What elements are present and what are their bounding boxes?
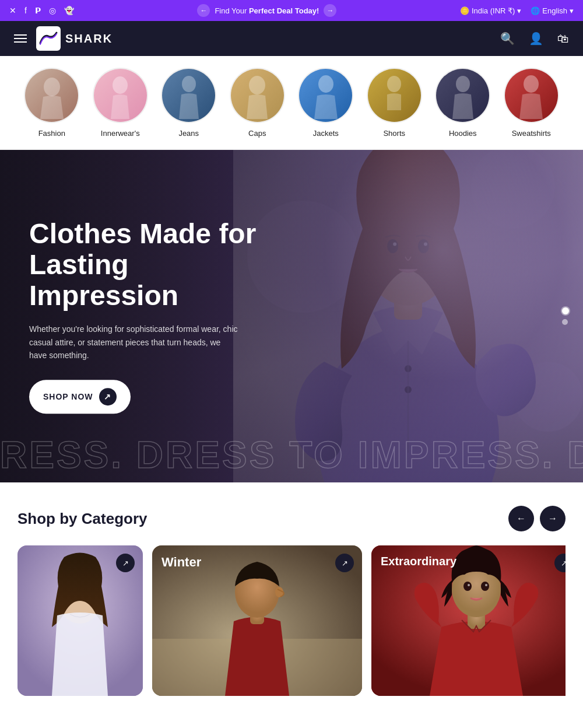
category-item-jackets[interactable]: Jackets xyxy=(298,68,353,138)
hero-carousel-dots xyxy=(562,307,569,325)
svg-point-35 xyxy=(468,584,470,586)
hero-marquee: RESS. DRESS TO IMPRESS. DRESS TO IMPRESS… xyxy=(0,428,583,482)
category-card-fashion[interactable]: ↗ xyxy=(17,545,143,696)
search-button[interactable]: 🔍 xyxy=(500,32,515,46)
nav-right: 🔍 👤 🛍 xyxy=(500,32,569,46)
facebook-icon[interactable]: f xyxy=(24,6,27,15)
carousel-dot-2[interactable] xyxy=(562,319,568,325)
region-label: India (INR ₹) xyxy=(472,6,515,15)
globe-icon: 🌐 xyxy=(531,6,540,15)
pinterest-icon[interactable]: 𝗣 xyxy=(35,6,41,15)
hamburger-menu[interactable] xyxy=(14,34,27,43)
svg-point-7 xyxy=(524,75,539,93)
section-header: Shop by Category ← → xyxy=(17,506,566,531)
svg-point-3 xyxy=(249,76,265,94)
top-bar-right: 🪙 India (INR ₹) ▾ 🌐 English ▾ xyxy=(460,6,574,15)
svg-point-33 xyxy=(463,582,472,591)
carousel-dot-1[interactable] xyxy=(562,307,569,314)
hero-banner: Clothes Made for Lasting Impression Whet… xyxy=(0,150,583,482)
category-circle-innerwear xyxy=(93,68,148,123)
category-item-shorts[interactable]: Shorts xyxy=(367,68,422,138)
region-flag-icon: 🪙 xyxy=(460,6,469,15)
svg-point-6 xyxy=(456,76,470,92)
category-nav-arrows: ← → xyxy=(508,506,566,531)
section-title: Shop by Category xyxy=(17,510,147,528)
category-item-fashion[interactable]: Fashion xyxy=(24,68,79,138)
category-card-extraordinary[interactable]: Extraordinary ↗ xyxy=(371,545,566,696)
category-circle-hoodies xyxy=(435,68,490,123)
category-prev-button[interactable]: ← xyxy=(508,506,534,531)
region-selector[interactable]: 🪙 India (INR ₹) ▾ xyxy=(460,6,521,15)
account-button[interactable]: 👤 xyxy=(529,32,543,46)
card-label-winter: Winter xyxy=(161,555,201,570)
category-label-shorts: Shorts xyxy=(383,129,405,138)
nav-left: SHARK xyxy=(14,26,113,51)
category-circle-fashion xyxy=(24,68,79,123)
category-label-jeans: Jeans xyxy=(178,129,199,138)
hero-content: Clothes Made for Lasting Impression Whet… xyxy=(29,219,274,414)
shop-now-button[interactable]: SHOP NOW ↗ xyxy=(29,380,131,414)
lang-chevron-icon: ▾ xyxy=(570,6,574,15)
category-label-jackets: Jackets xyxy=(313,129,339,138)
category-label-innerwear: Innerwear's xyxy=(101,129,140,138)
card-label-extraordinary: Extraordinary xyxy=(381,555,456,568)
category-item-caps[interactable]: Caps xyxy=(230,68,285,138)
category-next-button[interactable]: → xyxy=(540,506,566,531)
svg-point-0 xyxy=(44,78,60,96)
category-circles: Fashion Innerwear's Jeans Caps xyxy=(0,56,583,150)
svg-point-5 xyxy=(387,76,401,92)
navbar: SHARK 🔍 👤 🛍 xyxy=(0,21,583,56)
shop-now-arrow-icon: ↗ xyxy=(99,388,117,405)
promo-prev-button[interactable]: ← xyxy=(197,4,210,17)
category-label-fashion: Fashion xyxy=(38,129,65,138)
category-circle-sweatshirts xyxy=(504,68,559,123)
category-cards-row: ↗ xyxy=(17,545,566,696)
logo[interactable]: SHARK xyxy=(36,26,113,51)
twitter-icon[interactable]: ✕ xyxy=(9,6,16,15)
social-links: ✕ f 𝗣 ◎ 👻 xyxy=(9,6,74,15)
svg-point-1 xyxy=(113,76,128,94)
promo-text: Find Your Perfect Deal Today! xyxy=(215,6,319,15)
language-selector[interactable]: 🌐 English ▾ xyxy=(531,6,574,15)
category-item-sweatshirts[interactable]: Sweatshirts xyxy=(504,68,559,138)
category-circle-jeans xyxy=(161,68,216,123)
category-circle-caps xyxy=(230,68,285,123)
category-circle-shorts xyxy=(367,68,422,123)
shop-now-label: SHOP NOW xyxy=(43,392,93,401)
shop-by-category-section: Shop by Category ← → xyxy=(0,482,583,708)
card-arrow-winter[interactable]: ↗ xyxy=(335,554,354,572)
promo-banner: ← Find Your Perfect Deal Today! → xyxy=(74,4,460,17)
hero-description: Whether you're looking for sophisticated… xyxy=(29,323,239,362)
category-label-caps: Caps xyxy=(248,129,266,138)
instagram-icon[interactable]: ◎ xyxy=(49,6,56,15)
language-label: English xyxy=(542,6,567,15)
marquee-text: RESS. DRESS TO IMPRESS. DRESS TO IMPRESS… xyxy=(0,433,583,477)
svg-point-4 xyxy=(318,75,333,93)
card-arrow-fashion[interactable]: ↗ xyxy=(116,554,135,572)
category-card-winter[interactable]: Winter ↗ xyxy=(152,545,362,696)
svg-point-2 xyxy=(182,76,196,92)
logo-text: SHARK xyxy=(65,32,113,46)
logo-icon xyxy=(36,26,61,51)
promo-next-button[interactable]: → xyxy=(324,4,336,17)
category-circle-jackets xyxy=(298,68,353,123)
cart-button[interactable]: 🛍 xyxy=(557,32,569,46)
category-label-hoodies: Hoodies xyxy=(449,129,477,138)
svg-point-34 xyxy=(481,582,489,591)
category-label-sweatshirts: Sweatshirts xyxy=(512,129,551,138)
svg-point-36 xyxy=(485,584,487,586)
top-bar: ✕ f 𝗣 ◎ 👻 ← Find Your Perfect Deal Today… xyxy=(0,0,583,21)
category-item-innerwear[interactable]: Innerwear's xyxy=(93,68,148,138)
region-chevron-icon: ▾ xyxy=(517,6,521,15)
snapchat-icon[interactable]: 👻 xyxy=(64,6,74,15)
svg-point-24 xyxy=(73,584,87,600)
hero-title: Clothes Made for Lasting Impression xyxy=(29,219,274,311)
category-item-hoodies[interactable]: Hoodies xyxy=(435,68,490,138)
category-item-jeans[interactable]: Jeans xyxy=(161,68,216,138)
